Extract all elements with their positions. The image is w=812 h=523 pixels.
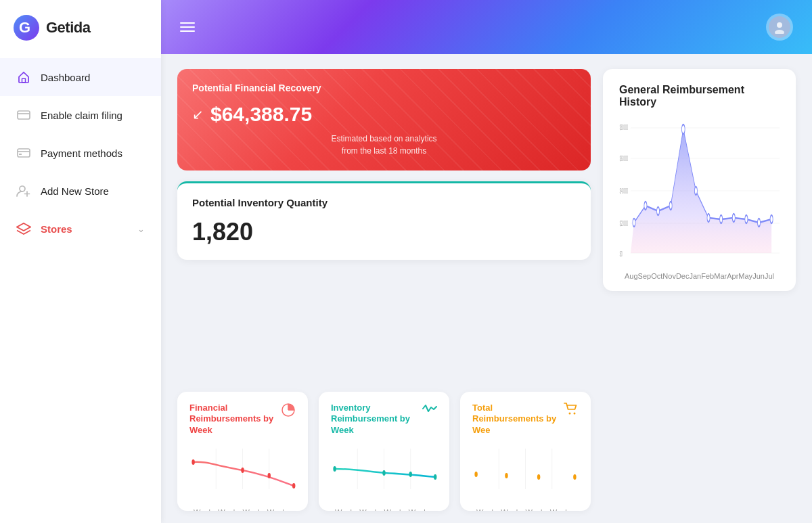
- x-label-sep: Sep: [638, 272, 652, 280]
- inventory-title: Potential Inventory Quantity: [192, 197, 576, 208]
- svg-text:$80000: $80000: [620, 124, 629, 132]
- x-axis-labels: Aug Sep Oct Nov Dec Jan Feb Mar Apr May …: [619, 272, 780, 280]
- inventory-week-labels: Week-1 Week-2 Week-3 Week-4: [331, 505, 437, 511]
- main-area: General Reimbursement History $80000 $60…: [161, 0, 812, 523]
- main-chart-title: General Reimbursement History: [619, 84, 780, 108]
- x-label-jul: Jul: [765, 272, 774, 280]
- trend-down-icon: ↙: [192, 106, 204, 122]
- svg-point-60: [573, 474, 576, 480]
- x-label-oct: Oct: [651, 272, 662, 280]
- svg-rect-5: [18, 149, 30, 157]
- sidebar-item-label-add-store: Add New Store: [41, 185, 109, 197]
- svg-point-28: [694, 187, 697, 195]
- svg-point-26: [669, 202, 672, 210]
- mini-card-title-financial: Financial Reimbursements byWeek: [189, 403, 281, 437]
- svg-point-23: [633, 219, 635, 227]
- sidebar-item-label-dashboard: Dashboard: [41, 72, 90, 83]
- svg-point-44: [292, 483, 295, 488]
- total-chart-svg: [472, 442, 579, 503]
- svg-point-58: [505, 473, 508, 478]
- inventory-chart-svg: [331, 442, 437, 503]
- svg-point-31: [732, 214, 735, 222]
- dashboard: General Reimbursement History $80000 $60…: [161, 54, 812, 523]
- x-label-dec: Dec: [676, 272, 690, 280]
- sidebar-nav: Dashboard Enable claim filing Payment: [0, 53, 161, 523]
- recovery-amount: $64,388.75: [210, 103, 312, 126]
- svg-point-50: [409, 472, 412, 477]
- x-label-apr: Apr: [727, 272, 738, 280]
- svg-rect-7: [19, 154, 22, 155]
- svg-point-48: [333, 466, 336, 472]
- sidebar-item-add-store[interactable]: Add New Store: [0, 172, 161, 210]
- right-column: Potential Financial Recovery ↙ $64,388.7…: [177, 69, 591, 380]
- main-chart-card: General Reimbursement History $80000 $60…: [603, 69, 796, 291]
- mini-card-inventory: Inventory Reimbursement byWeek: [319, 392, 449, 511]
- x-label-jan: Jan: [689, 272, 701, 280]
- main-chart-svg: $80000 $60000 $40000 $20000 $0: [619, 118, 780, 267]
- inventory-card: Potential Inventory Quantity 1,820: [177, 181, 591, 260]
- activity-icon: [422, 403, 437, 417]
- financial-week-labels: Week-1 Week-2 Week-3 Week-4: [189, 505, 296, 511]
- svg-point-32: [745, 215, 748, 223]
- mini-card-header-financial: Financial Reimbursements byWeek: [189, 403, 296, 437]
- logo-icon: G: [14, 15, 39, 41]
- sidebar: G Getida Dashboard Enable claim filing: [0, 0, 161, 523]
- svg-point-11: [777, 22, 782, 28]
- x-label-jun: Jun: [752, 272, 765, 280]
- svg-point-43: [268, 473, 271, 478]
- bottom-row: Financial Reimbursements byWeek: [177, 392, 591, 511]
- sidebar-item-label-stores: Stores: [41, 223, 72, 235]
- mini-card-header-total: Total Reimbursements by Wee: [472, 403, 579, 437]
- svg-point-41: [191, 459, 194, 465]
- total-week-labels: Week-1 Week-2 Week-3 Week-4: [472, 505, 579, 511]
- svg-point-25: [657, 207, 660, 215]
- pie-chart-icon: [281, 403, 296, 420]
- recovery-card: Potential Financial Recovery ↙ $64,388.7…: [177, 69, 591, 170]
- svg-point-57: [474, 472, 477, 477]
- svg-rect-2: [22, 78, 26, 83]
- user-avatar[interactable]: [766, 14, 793, 41]
- x-label-feb: Feb: [701, 272, 714, 280]
- svg-point-34: [770, 215, 773, 223]
- mini-card-title-inventory: Inventory Reimbursement byWeek: [331, 403, 422, 437]
- svg-point-29: [707, 214, 710, 222]
- home-icon: [16, 70, 31, 85]
- svg-point-52: [569, 412, 571, 414]
- sidebar-item-stores[interactable]: Stores ⌄: [0, 210, 161, 248]
- recovery-title: Potential Financial Recovery: [192, 83, 576, 93]
- shopping-cart-icon: [564, 403, 579, 417]
- card-icon: [16, 108, 31, 122]
- sidebar-item-claim-filing[interactable]: Enable claim filing: [0, 96, 161, 134]
- avatar-inner: [769, 16, 790, 38]
- svg-rect-3: [18, 111, 30, 119]
- svg-point-33: [757, 219, 760, 227]
- x-label-aug: Aug: [625, 272, 638, 280]
- sidebar-item-dashboard[interactable]: Dashboard: [0, 58, 161, 96]
- logo-area: G Getida: [0, 0, 161, 53]
- x-label-mar: Mar: [714, 272, 727, 280]
- mini-card-header-inventory: Inventory Reimbursement byWeek: [331, 403, 437, 437]
- sidebar-item-payment[interactable]: Payment methods: [0, 134, 161, 172]
- layers-icon: [16, 221, 31, 236]
- financial-chart-svg: [189, 442, 296, 503]
- svg-point-30: [720, 215, 723, 223]
- mini-card-total: Total Reimbursements by Wee: [460, 392, 591, 511]
- svg-point-12: [775, 30, 784, 34]
- svg-text:$20000: $20000: [620, 220, 629, 228]
- svg-text:$0: $0: [620, 250, 623, 258]
- mini-card-financial: Financial Reimbursements byWeek: [177, 392, 308, 511]
- hamburger-menu[interactable]: [180, 22, 195, 32]
- svg-point-42: [241, 468, 244, 473]
- x-label-may: May: [738, 272, 752, 280]
- svg-point-49: [382, 470, 385, 476]
- x-label-nov: Nov: [662, 272, 676, 280]
- add-user-icon: [16, 183, 31, 198]
- svg-text:$60000: $60000: [620, 155, 629, 163]
- recovery-description: Estimated based on analyticsfrom the las…: [192, 133, 576, 157]
- svg-point-27: [681, 124, 685, 134]
- svg-point-53: [574, 412, 576, 414]
- chevron-down-icon: ⌄: [137, 224, 145, 234]
- sidebar-item-label-payment: Payment methods: [41, 147, 122, 159]
- svg-point-24: [644, 202, 647, 210]
- svg-point-59: [537, 474, 540, 480]
